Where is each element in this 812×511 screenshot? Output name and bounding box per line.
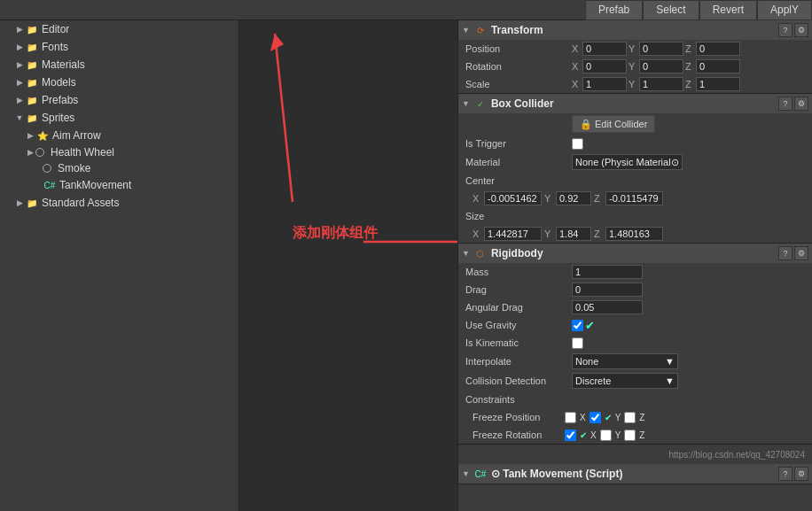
revert-button[interactable]: Revert: [699, 0, 757, 20]
tree-item-tank-movement[interactable]: C# TankMovement: [0, 176, 238, 194]
tree-item-models[interactable]: ▶ 📁 Models: [0, 74, 238, 91]
box-collider-icon: ✓: [473, 97, 488, 111]
tree-arrow-editor: ▶: [14, 25, 25, 34]
rot-y-input[interactable]: [639, 59, 683, 74]
freeze-rotation-row: Freeze Rotation ✔ X Y Z: [458, 426, 812, 444]
fonts-label: Fonts: [42, 41, 68, 53]
edit-collider-button[interactable]: 🔒 Edit Collider: [572, 115, 655, 133]
box-collider-gear-btn[interactable]: ⚙: [794, 97, 808, 111]
transform-info-btn[interactable]: ?: [778, 23, 792, 37]
center-xyz: X Y Z: [472, 191, 663, 205]
freeze-pos-x-checkbox[interactable]: [565, 412, 576, 423]
center-x-input[interactable]: [484, 191, 542, 205]
pos-x-label: X: [572, 43, 581, 54]
scale-x-label: X: [572, 79, 581, 89]
drag-label: Drag: [465, 284, 572, 295]
rigidbody-gear-btn[interactable]: ⚙: [794, 246, 808, 260]
freeze-rot-y-checkbox[interactable]: [600, 430, 612, 441]
rot-z-input[interactable]: [696, 59, 740, 74]
interpolate-row: Interpolate None ▼: [458, 352, 812, 371]
pos-z-input[interactable]: [696, 42, 740, 56]
standard-assets-label: Standard Assets: [42, 197, 119, 209]
mass-row: Mass: [458, 263, 812, 281]
tank-movement-info-btn[interactable]: ?: [778, 467, 792, 481]
angular-drag-row: Angular Drag: [458, 298, 812, 316]
tree-item-smoke[interactable]: Smoke: [0, 160, 238, 176]
transform-section: ▼ ⟳ Transform ? ⚙ Position X Y Z: [458, 20, 812, 94]
tree-item-materials[interactable]: ▶ 📁 Materials: [0, 56, 238, 74]
size-y-input[interactable]: [556, 227, 591, 241]
tree-item-aim-arrow[interactable]: ▶ ⭐ Aim Arrow: [0, 127, 238, 144]
materials-label: Materials: [42, 58, 85, 71]
tree-item-prefabs[interactable]: ▶ 📁 Prefabs: [0, 91, 238, 109]
watermark-row: https://blog.csdn.net/qq_42708024: [458, 445, 812, 464]
scale-x-input[interactable]: [582, 77, 627, 91]
scale-row: Scale X Y Z: [458, 75, 812, 93]
tree-arrow-models: ▶: [14, 78, 25, 87]
mass-input[interactable]: [572, 265, 643, 279]
rigidbody-info-btn[interactable]: ?: [778, 246, 792, 260]
tree-item-sprites[interactable]: ▼ 📁 Sprites: [0, 109, 238, 127]
center-label: Center: [465, 175, 572, 186]
rigidbody-header[interactable]: ▼ ⬡ Rigidbody ? ⚙: [458, 244, 812, 263]
box-collider-title: Box Collider: [491, 97, 778, 110]
transform-title: Transform: [491, 24, 778, 36]
freeze-rot-x-checkbox[interactable]: [565, 430, 576, 441]
drag-row: Drag: [458, 281, 812, 298]
tree-item-health-wheel[interactable]: ▶ Health Wheel: [0, 144, 238, 160]
rigidbody-section: ▼ ⬡ Rigidbody ? ⚙ Mass Drag Angular Dr: [458, 244, 812, 445]
material-dropdown[interactable]: None (Physic Material ⊙: [572, 154, 683, 170]
main-layout: ▶ 📁 Editor ▶ 📁 Fonts ▶ 📁 Materials ▶ 📁 M…: [0, 20, 812, 511]
tank-movement-header[interactable]: ▼ C# ⊙ Tank Movement (Script) ? ⚙: [458, 464, 812, 484]
scale-z-input[interactable]: [696, 77, 740, 91]
tree-item-editor[interactable]: ▶ 📁 Editor: [0, 20, 238, 38]
freeze-pos-y-checkbox[interactable]: [589, 412, 601, 423]
freeze-pos-x-label: X: [580, 413, 586, 422]
prefabs-label: Prefabs: [42, 94, 78, 106]
interpolate-dropdown[interactable]: None ▼: [572, 353, 678, 369]
circle-icon-smoke: [43, 164, 51, 173]
size-x-input[interactable]: [484, 227, 542, 241]
angular-drag-input[interactable]: [572, 300, 643, 314]
is-trigger-checkbox[interactable]: [572, 138, 583, 150]
drag-input[interactable]: [572, 283, 643, 297]
tank-movement-actions: ? ⚙: [778, 467, 808, 481]
tree-item-standard-assets[interactable]: ▶ 📁 Standard Assets: [0, 194, 238, 212]
middle-panel: 添加刚体组件: [239, 20, 457, 511]
scale-value: X Y Z: [572, 77, 805, 91]
is-kinematic-checkbox[interactable]: [572, 337, 583, 349]
select-button[interactable]: Select: [643, 0, 699, 20]
box-collider-header[interactable]: ▼ ✓ Box Collider ? ⚙: [458, 94, 812, 113]
collision-detection-value: Discrete: [575, 376, 611, 386]
scale-z-label: Z: [685, 79, 694, 89]
freeze-pos-z-label: Z: [639, 413, 644, 422]
red-arrow-up: [266, 25, 319, 220]
pos-x-input[interactable]: [582, 42, 627, 56]
tank-movement-icon: C#: [473, 467, 488, 481]
center-x-label: X: [472, 193, 481, 204]
tree-item-fonts[interactable]: ▶ 📁 Fonts: [0, 38, 238, 56]
center-z-input[interactable]: [605, 191, 663, 205]
transform-header[interactable]: ▼ ⟳ Transform ? ⚙: [458, 20, 812, 40]
tree-arrow-fonts: ▶: [14, 43, 25, 51]
tank-movement-section: ▼ C# ⊙ Tank Movement (Script) ? ⚙: [458, 464, 812, 484]
center-y-input[interactable]: [556, 191, 591, 205]
rot-x-input[interactable]: [582, 59, 627, 74]
edit-collider-label: Edit Collider: [595, 119, 647, 129]
scale-label: Scale: [465, 79, 572, 89]
box-collider-section: ▼ ✓ Box Collider ? ⚙ 🔒 Edit Collider Is …: [458, 94, 812, 244]
scale-y-input[interactable]: [639, 77, 683, 91]
apply-button[interactable]: ApplY: [757, 0, 812, 20]
prefab-button[interactable]: Prefab: [585, 0, 643, 20]
tree-arrow-health-wheel: ▶: [25, 148, 35, 157]
box-collider-info-btn[interactable]: ?: [778, 97, 792, 111]
tank-movement-gear-btn[interactable]: ⚙: [794, 467, 808, 481]
freeze-pos-z-checkbox[interactable]: [624, 412, 636, 423]
collision-detection-dropdown[interactable]: Discrete ▼: [572, 373, 678, 389]
freeze-rot-z-checkbox[interactable]: [624, 430, 636, 441]
size-z-input[interactable]: [605, 227, 663, 241]
transform-gear-btn[interactable]: ⚙: [794, 23, 808, 37]
pos-y-input[interactable]: [639, 42, 683, 56]
use-gravity-checkbox[interactable]: [572, 320, 583, 331]
editor-label: Editor: [42, 23, 69, 35]
